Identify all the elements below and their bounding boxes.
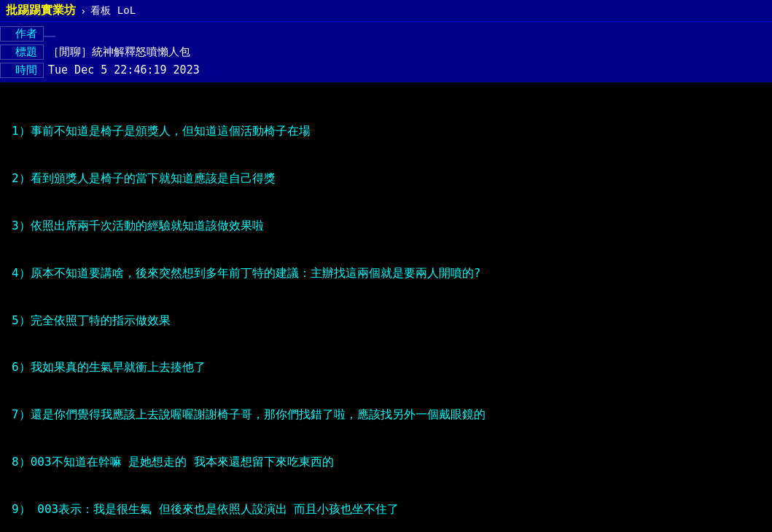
- title-value: ［閒聊］統神解釋怒噴懶人包: [44, 45, 190, 59]
- author-value: [44, 36, 55, 37]
- time-label: 時間: [0, 63, 44, 78]
- content-line-0: [12, 97, 760, 119]
- content-line-11: 6）我如果真的生氣早就衝上去揍他了: [12, 356, 760, 378]
- content-line-1: 1）事前不知道是椅子是頒獎人，但知道這個活動椅子在場: [12, 120, 760, 142]
- content-line-4: [12, 192, 760, 214]
- content-line-7: 4）原本不知道要講啥，後來突然想到多年前丁特的建議：主辦找這兩個就是要兩人開噴的…: [12, 262, 760, 284]
- content-line-2: [12, 144, 760, 166]
- content-line-16: [12, 474, 760, 496]
- content-line-9: 5）完全依照丁特的指示做效果: [12, 310, 760, 332]
- content-line-5: 3）依照出席兩千次活動的經驗就知道該做效果啦: [12, 215, 760, 237]
- content-line-15: 8）003不知道在幹嘛 是她想走的 我本來還想留下來吃東西的: [12, 451, 760, 473]
- post-content: 1）事前不知道是椅子是頒獎人，但知道這個活動椅子在場 2）看到頒獎人是椅子的當下…: [0, 82, 772, 532]
- content-line-12: [12, 380, 760, 402]
- content-line-18: [12, 522, 760, 532]
- top-navigation-bar: 批踢踢實業坊 › 看板 LoL: [0, 0, 772, 21]
- author-row: 作者: [0, 25, 772, 43]
- time-row: 時間 Tue Dec 5 22:46:19 2023: [0, 61, 772, 79]
- title-row: 標題 ［閒聊］統神解釋怒噴懶人包: [0, 43, 772, 61]
- content-line-17: 9） 003表示：我是很生氣 但後來也是依照人設演出 而且小孩也坐不住了: [12, 498, 760, 520]
- content-line-13: 7）還是你們覺得我應該上去說喔喔謝謝椅子哥，那你們找錯了啦，應該找另外一個戴眼鏡…: [12, 404, 760, 426]
- board-name[interactable]: 看板 LoL: [90, 4, 136, 17]
- title-label: 標題: [0, 44, 44, 60]
- content-line-6: [12, 238, 760, 260]
- breadcrumb-separator: ›: [80, 5, 86, 17]
- time-value: Tue Dec 5 22:46:19 2023: [44, 63, 200, 77]
- content-line-8: [12, 286, 760, 308]
- content-line-3: 2）看到頒獎人是椅子的當下就知道應該是自己得獎: [12, 168, 760, 189]
- post-header: 作者 標題 ［閒聊］統神解釋怒噴懶人包 時間 Tue Dec 5 22:46:1…: [0, 21, 772, 82]
- author-label: 作者: [0, 26, 44, 42]
- content-line-10: [12, 333, 760, 355]
- content-line-14: [12, 427, 760, 449]
- site-name[interactable]: 批踢踢實業坊: [6, 3, 76, 18]
